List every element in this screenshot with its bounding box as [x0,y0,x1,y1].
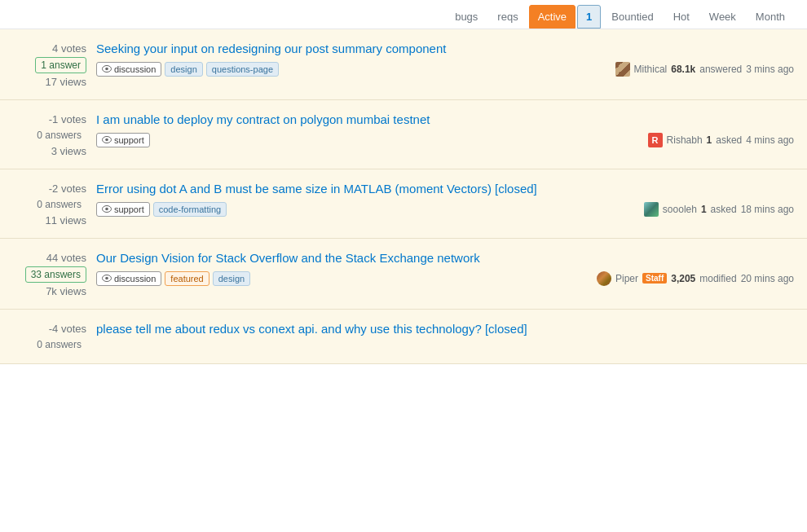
vote-count: 44 votes [46,252,86,264]
meta-info: Mithical 68.1k answered 3 mins ago [615,62,794,77]
user-rep: 1 [701,204,707,215]
questions-list: 4 votes 1 answer 17 views Seeking your i… [0,29,807,364]
tag-discussion[interactable]: discussion [96,271,161,286]
question-stats: 4 votes 1 answer 17 views [13,41,86,88]
time-text: 4 mins ago [746,134,794,146]
meta-info: Piper Staff 3,205 modified 20 mins ago [597,271,794,286]
time-text: 3 mins ago [746,64,794,75]
tag-questions-page[interactable]: questions-page [206,62,279,77]
tab-reqs[interactable]: reqs [488,5,527,29]
question-content: please tell me about redux vs conext api… [96,321,794,342]
time-text: 18 mins ago [741,204,794,215]
question-stats: -4 votes 0 answers [13,321,86,352]
vote-count: 4 votes [52,42,86,55]
question-row: -1 votes 0 answers 3 views I am unable t… [0,100,807,169]
tag-support[interactable]: support [96,133,150,147]
tab-month[interactable]: Month [747,5,794,29]
tag-support[interactable]: support [96,202,150,217]
eye-icon [102,275,112,282]
tag-design[interactable]: design [213,271,250,286]
views-count: 17 views [45,76,86,88]
tag-design[interactable]: design [165,62,202,77]
tag-label: support [114,135,144,145]
views-count: 3 views [51,145,86,157]
tag-discussion[interactable]: discussion [96,62,161,77]
eye-icon [102,136,112,143]
svg-point-5 [105,208,108,211]
action-text: asked [716,134,742,146]
views-count: 11 views [45,214,86,226]
svg-point-1 [105,68,108,71]
question-content: Error using dot A and B must be same siz… [96,181,794,217]
vote-count: -4 votes [49,323,86,335]
tab-hot[interactable]: Hot [664,5,699,29]
time-text: 20 mins ago [741,273,794,284]
question-stats: -1 votes 0 answers 3 views [13,112,86,157]
user-name: soooleh [663,204,697,215]
question-row: 44 votes 33 answers 7k views Our Design … [0,239,807,310]
eye-icon [102,65,112,73]
tab-bountied[interactable]: Bountied [602,5,662,29]
question-content: Our Design Vision for Stack Overflow and… [96,250,794,286]
tags-and-meta: support R Rishabh 1 asked 4 mins ago [96,133,794,147]
tab-bar: bugs reqs Active 1 Bountied Hot Week Mon… [0,0,807,29]
question-title[interactable]: I am unable to deploy my contract on pol… [96,112,794,128]
question-row: 4 votes 1 answer 17 views Seeking your i… [0,29,807,100]
question-title[interactable]: Error using dot A and B must be same siz… [96,181,794,197]
meta-info: R Rishabh 1 asked 4 mins ago [648,133,794,147]
user-name: Rishabh [667,134,703,146]
answers-badge: 33 answers [25,266,86,283]
tags-and-meta: discussion design questions-page Mithica… [96,62,794,77]
question-stats: -2 votes 0 answers 11 views [13,181,86,226]
answers-badge: 0 answers [32,128,86,143]
user-name: Piper [615,273,638,284]
question-title[interactable]: Our Design Vision for Stack Overflow and… [96,250,794,266]
eye-icon [102,205,112,213]
avatar [597,271,611,286]
answers-badge: 1 answer [35,57,86,73]
action-text: answered [699,64,742,75]
user-rep: 1 [707,134,712,146]
question-stats: 44 votes 33 answers 7k views [13,250,86,297]
tags-and-meta: support code-formatting soooleh 1 asked … [96,202,794,217]
answers-badge: 0 answers [32,337,86,352]
meta-info: soooleh 1 asked 18 mins ago [644,202,794,217]
question-content: Seeking your input on redesigning our po… [96,41,794,77]
user-name: Mithical [634,64,668,75]
question-row: -2 votes 0 answers 11 views Error using … [0,169,807,239]
tab-active[interactable]: Active [529,5,575,29]
user-rep: 3,205 [671,273,695,284]
user-rep: 68.1k [671,64,695,75]
tab-week[interactable]: Week [700,5,745,29]
avatar: R [648,133,663,147]
vote-count: -2 votes [49,182,86,195]
question-title[interactable]: please tell me about redux vs conext api… [96,321,794,337]
question-content: I am unable to deploy my contract on pol… [96,112,794,147]
tab-notification[interactable]: 1 [577,5,601,29]
svg-point-7 [105,277,108,280]
views-count: 7k views [46,285,86,297]
tab-bugs[interactable]: bugs [446,5,487,29]
avatar [644,202,659,217]
question-row: -4 votes 0 answers please tell me about … [0,310,807,364]
tags-and-meta: discussion featured design Piper Staff 3… [96,271,794,286]
tag-featured[interactable]: featured [165,271,209,286]
question-title[interactable]: Seeking your input on redesigning our po… [96,41,794,57]
svg-point-3 [105,138,108,142]
tag-label: support [114,204,144,214]
tag-code-formatting[interactable]: code-formatting [153,202,227,217]
staff-badge: Staff [642,273,667,284]
avatar [615,62,630,77]
action-text: asked [711,204,737,215]
action-text: modified [699,273,736,284]
answers-badge: 0 answers [32,197,86,212]
tag-label: discussion [114,64,156,74]
vote-count: -1 votes [49,113,86,125]
tag-label: discussion [114,274,156,284]
